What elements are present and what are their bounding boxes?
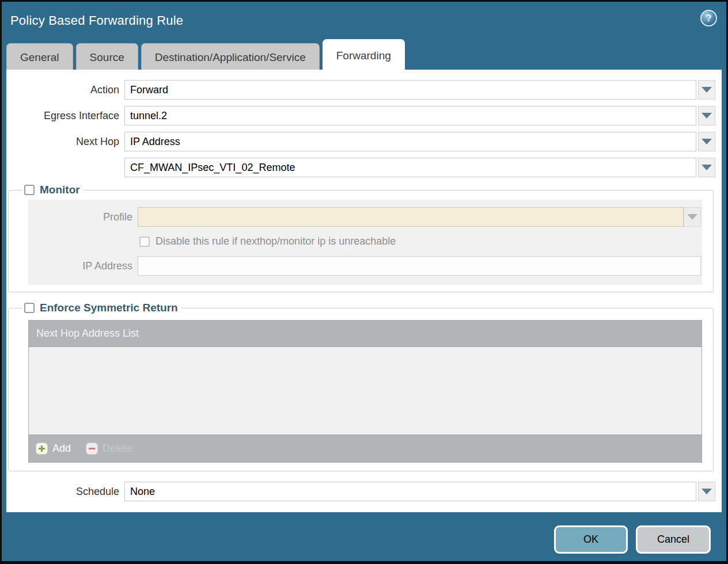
next-hop-address-row: CF_MWAN_IPsec_VTI_02_Remote bbox=[6, 158, 715, 177]
profile-row: Profile bbox=[28, 207, 701, 227]
tab-forwarding[interactable]: Forwarding bbox=[323, 39, 405, 70]
next-hop-row: Next Hop IP Address bbox=[6, 132, 715, 151]
tab-general[interactable]: General bbox=[6, 43, 73, 70]
chevron-down-icon bbox=[702, 87, 712, 93]
schedule-row: Schedule None bbox=[6, 482, 715, 501]
profile-select bbox=[138, 207, 684, 227]
disable-rule-row: Disable this rule if nexthop/monitor ip … bbox=[28, 235, 701, 247]
next-hop-select[interactable]: IP Address bbox=[124, 132, 696, 151]
next-hop-address-list-toolbar: Add Delete bbox=[29, 435, 702, 462]
add-button-label: Add bbox=[52, 443, 71, 455]
action-dropdown-trigger[interactable] bbox=[698, 80, 715, 100]
enforce-symmetric-return-checkbox[interactable] bbox=[24, 303, 35, 313]
egress-interface-select[interactable]: tunnel.2 bbox=[124, 106, 696, 125]
next-hop-address-list-table: Next Hop Address List Add Delete bbox=[28, 320, 702, 463]
monitor-ip-address-input bbox=[138, 256, 701, 276]
profile-dropdown-trigger bbox=[684, 207, 701, 227]
next-hop-address-select[interactable]: CF_MWAN_IPsec_VTI_02_Remote bbox=[124, 158, 696, 177]
plus-icon bbox=[36, 443, 48, 455]
enforce-symmetric-return-legend: Enforce Symmetric Return bbox=[22, 302, 181, 314]
schedule-label: Schedule bbox=[6, 486, 124, 498]
next-hop-address-list-header: Next Hop Address List bbox=[29, 321, 702, 347]
chevron-down-icon bbox=[702, 165, 712, 170]
monitor-checkbox[interactable] bbox=[24, 185, 35, 195]
delete-button-label: Delete bbox=[103, 443, 132, 455]
ok-button[interactable]: OK bbox=[554, 525, 628, 554]
next-hop-dropdown-trigger[interactable] bbox=[698, 132, 715, 151]
forwarding-tab-panel: Action Forward Egress Interface tunnel.2… bbox=[6, 70, 722, 512]
monitor-fieldset: Monitor Profile Disable this rule if bbox=[8, 184, 714, 292]
monitor-ip-address-label: IP Address bbox=[28, 260, 138, 272]
action-label: Action bbox=[6, 84, 124, 96]
dialog-footer: OK Cancel bbox=[554, 525, 711, 554]
help-icon[interactable]: ? bbox=[700, 10, 717, 26]
schedule-select[interactable]: None bbox=[124, 482, 696, 501]
enforce-symmetric-return-fieldset: Enforce Symmetric Return Next Hop Addres… bbox=[8, 302, 714, 471]
chevron-down-icon bbox=[702, 489, 712, 494]
enforce-symmetric-return-label: Enforce Symmetric Return bbox=[40, 302, 178, 314]
minus-icon bbox=[86, 443, 98, 455]
egress-interface-dropdown-trigger[interactable] bbox=[698, 106, 715, 125]
monitor-legend-label: Monitor bbox=[40, 184, 80, 196]
next-hop-label: Next Hop bbox=[6, 136, 124, 148]
disable-rule-checkbox bbox=[139, 237, 150, 247]
tab-destination-application-service[interactable]: Destination/Application/Service bbox=[141, 43, 320, 70]
profile-label: Profile bbox=[28, 211, 138, 223]
egress-interface-row: Egress Interface tunnel.2 bbox=[6, 106, 715, 125]
tab-source[interactable]: Source bbox=[76, 43, 138, 70]
schedule-dropdown-trigger[interactable] bbox=[698, 482, 715, 501]
chevron-down-icon bbox=[702, 113, 712, 119]
egress-interface-label: Egress Interface bbox=[6, 110, 124, 122]
dialog-titlebar: Policy Based Forwarding Rule ? bbox=[2, 2, 726, 39]
monitor-ip-address-row: IP Address bbox=[28, 256, 701, 276]
add-button[interactable]: Add bbox=[36, 443, 71, 455]
policy-based-forwarding-dialog: Policy Based Forwarding Rule ? General S… bbox=[2, 2, 726, 561]
tab-bar: General Source Destination/Application/S… bbox=[2, 39, 726, 70]
cancel-button[interactable]: Cancel bbox=[636, 525, 711, 554]
disable-rule-label: Disable this rule if nexthop/monitor ip … bbox=[156, 235, 396, 247]
chevron-down-icon bbox=[702, 139, 712, 144]
monitor-legend: Monitor bbox=[22, 184, 84, 196]
delete-button: Delete bbox=[86, 443, 132, 455]
monitor-panel: Profile Disable this rule if nexthop/mon… bbox=[28, 200, 702, 285]
next-hop-address-dropdown-trigger[interactable] bbox=[698, 158, 715, 177]
dialog-title: Policy Based Forwarding Rule bbox=[10, 13, 183, 28]
action-row: Action Forward bbox=[6, 80, 715, 100]
chevron-down-icon bbox=[687, 214, 697, 220]
next-hop-address-list-body[interactable] bbox=[29, 347, 702, 435]
action-select[interactable]: Forward bbox=[124, 80, 696, 100]
